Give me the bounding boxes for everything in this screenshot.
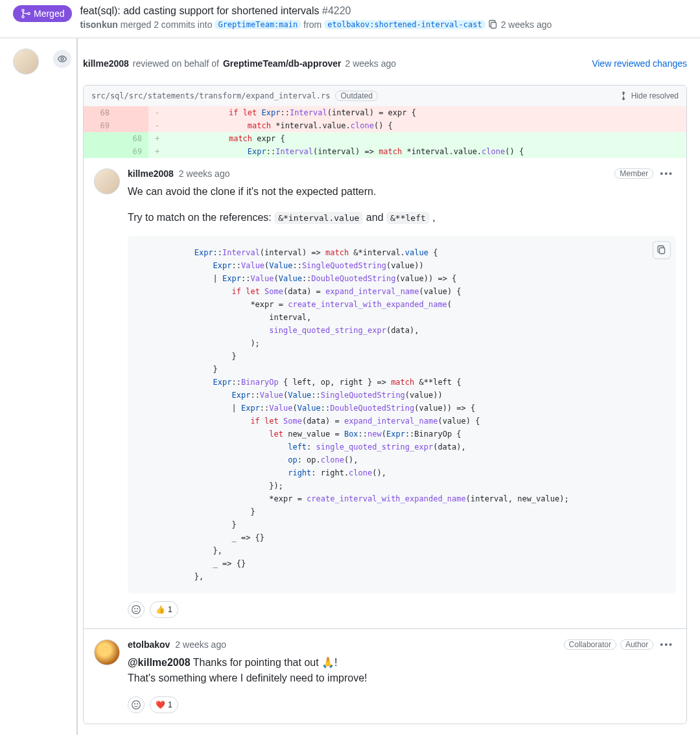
comment-author[interactable]: killme2008	[128, 168, 174, 179]
hide-resolved[interactable]: Hide resolved	[631, 91, 679, 100]
reaction-emoji: 👍	[156, 605, 165, 614]
add-reaction-button[interactable]	[128, 696, 145, 713]
svg-rect-5	[660, 248, 665, 254]
eye-icon	[52, 49, 73, 69]
review-comment: killme20082 weeks agoMember•••We can avo…	[84, 158, 686, 628]
old-line-num	[84, 132, 116, 145]
unfold-icon[interactable]	[618, 91, 629, 101]
mention[interactable]: @killme2008	[128, 657, 191, 668]
avatar[interactable]	[13, 49, 39, 74]
diff-code: if let Expr::Interval(interval) = expr {	[166, 106, 686, 119]
svg-point-1	[22, 16, 24, 17]
merge-actor[interactable]: tisonkun	[80, 19, 117, 30]
comment-paragraph: We can avoid the clone if it's not the e…	[128, 184, 676, 200]
diff-row[interactable]: 69+ Expr::Interval(interval) => match *i…	[84, 145, 686, 158]
file-path[interactable]: src/sql/src/statements/transform/expand_…	[91, 91, 330, 100]
new-line-num: 69	[116, 145, 148, 158]
pr-meta: tisonkun merged 2 commits into GreptimeT…	[80, 19, 687, 30]
role-badge: Collaborator	[564, 639, 616, 650]
comment-paragraph: Try to match on the references: &*interv…	[128, 210, 676, 225]
old-line-num	[84, 145, 116, 158]
pr-header: Merged feat(sql): add casting support fo…	[0, 0, 700, 38]
reaction-button[interactable]: 👍1	[150, 601, 178, 618]
comment-time: 2 weeks ago	[175, 639, 226, 650]
svg-point-9	[132, 701, 141, 709]
merge-icon	[21, 8, 31, 19]
inline-code: &*interval.value	[274, 212, 363, 224]
kebab-icon[interactable]: •••	[657, 168, 676, 179]
role-badge: Author	[620, 639, 653, 650]
reaction-count: 1	[168, 605, 172, 614]
copy-icon[interactable]	[488, 19, 498, 30]
svg-point-10	[135, 704, 135, 704]
diff-code: Expr::Interval(interval) => match *inter…	[166, 145, 686, 158]
copy-icon[interactable]	[653, 241, 671, 259]
svg-point-11	[137, 704, 138, 704]
diff-code: match *interval.value.clone() {	[166, 119, 686, 132]
base-branch[interactable]: GreptimeTeam:main	[215, 20, 301, 29]
emoji: 🙏	[321, 657, 334, 668]
reaction-button[interactable]: ❤️1	[150, 696, 178, 713]
review-comment: etolbakov2 weeks agoCollaboratorAuthor••…	[84, 628, 686, 724]
svg-rect-3	[491, 23, 496, 29]
svg-point-7	[135, 608, 135, 609]
timeline: killme2008 reviewed on behalf of Greptim…	[0, 38, 700, 735]
avatar[interactable]	[94, 639, 120, 665]
view-reviewed-changes[interactable]: View reviewed changes	[592, 58, 687, 69]
svg-point-6	[132, 606, 141, 614]
diff-row[interactable]: 69- match *interval.value.clone() {	[84, 119, 686, 132]
role-badge: Member	[614, 168, 653, 179]
merge-time: 2 weeks ago	[501, 19, 552, 30]
reaction-emoji: ❤️	[156, 700, 165, 709]
review-time: 2 weeks ago	[345, 58, 397, 69]
file-header: src/sql/src/statements/transform/expand_…	[84, 86, 686, 106]
comment-time: 2 weeks ago	[179, 168, 230, 179]
comment-author[interactable]: etolbakov	[128, 639, 170, 650]
diff-sign: -	[148, 119, 166, 132]
reaction-count: 1	[168, 700, 172, 709]
diff-table: 68- if let Expr::Interval(interval) = ex…	[84, 106, 686, 158]
avatar[interactable]	[94, 168, 120, 194]
new-line-num: 68	[116, 132, 148, 145]
diff-sign: -	[148, 106, 166, 119]
kebab-icon[interactable]: •••	[657, 639, 676, 650]
inline-code: &**left	[386, 212, 430, 224]
comment-paragraph: @killme2008 Thanks for pointing that out…	[128, 655, 676, 686]
old-line-num: 68	[84, 106, 116, 119]
svg-point-8	[137, 608, 138, 609]
old-line-num: 69	[84, 119, 116, 132]
svg-point-4	[61, 58, 64, 60]
state-badge: Merged	[13, 5, 72, 22]
diff-row[interactable]: 68- if let Expr::Interval(interval) = ex…	[84, 106, 686, 119]
pr-title: feat(sql): add casting support for short…	[80, 5, 687, 17]
state-text: Merged	[34, 8, 64, 19]
team-link[interactable]: GreptimeTeam/db-approver	[223, 58, 342, 69]
outdated-badge: Outdated	[335, 91, 377, 101]
review-body: src/sql/src/statements/transform/expand_…	[83, 85, 687, 724]
diff-code: match expr {	[166, 132, 686, 145]
new-line-num	[116, 106, 148, 119]
add-reaction-button[interactable]	[128, 601, 145, 618]
diff-sign: +	[148, 145, 166, 158]
diff-row[interactable]: 68+ match expr {	[84, 132, 686, 145]
diff-sign: +	[148, 132, 166, 145]
review-event: killme2008 reviewed on behalf of Greptim…	[13, 49, 687, 74]
reviewer-link[interactable]: killme2008	[83, 58, 129, 69]
head-branch[interactable]: etolbakov:shortened-interval-cast	[324, 20, 485, 29]
new-line-num	[116, 119, 148, 132]
code-block: Expr::Interval(interval) => match &*inte…	[128, 236, 676, 593]
